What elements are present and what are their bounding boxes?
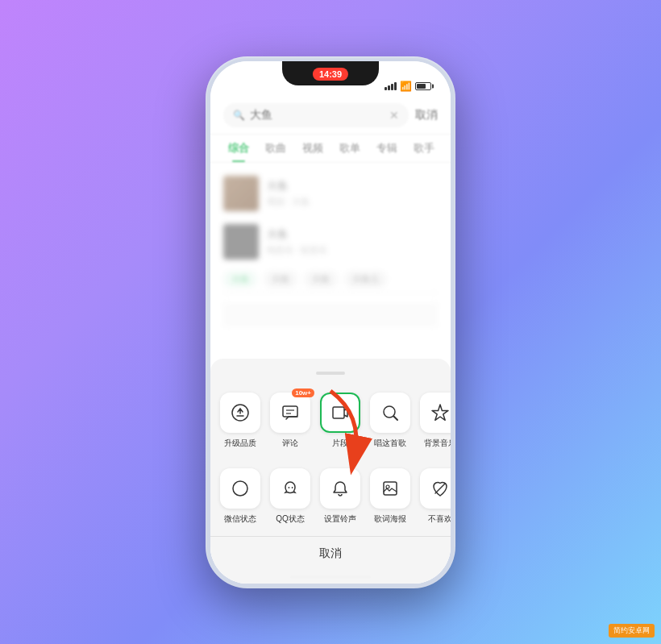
sheet-handle [316, 372, 345, 375]
action-icon-ringtone [320, 468, 360, 509]
phone-outer: 14:39 📶 🔍 大鱼 [206, 56, 455, 588]
status-icons: 📶 [385, 81, 431, 92]
battery-icon [415, 82, 431, 90]
action-poster[interactable]: 歌词海报 [367, 460, 414, 533]
action-label-ringtone: 设置铃声 [324, 513, 356, 525]
svg-line-8 [394, 416, 398, 420]
svg-line-12 [435, 484, 445, 493]
watermark: 简约安卓网 [609, 624, 655, 638]
action-qq[interactable]: QQ状态 [267, 460, 314, 533]
comment-badge: 10w+ [292, 388, 314, 397]
action-grid: 升级品质 10w+ 评论 [210, 384, 451, 533]
time-badge: 14:39 [313, 68, 348, 81]
action-wechat[interactable]: 微信状态 [217, 460, 264, 533]
action-icon-bgmusic [420, 393, 451, 433]
action-icon-wechat [220, 468, 260, 509]
action-dislike[interactable]: 不喜欢 [417, 460, 451, 533]
action-icon-qq [270, 468, 310, 509]
app-content: 🔍 大鱼 ✕ 取消 综合 歌曲 视频 歌单 专辑 歌手 书 [210, 97, 451, 584]
action-label-qq: QQ状态 [276, 513, 305, 525]
status-bar: 14:39 📶 [210, 61, 451, 97]
phone-inner: 14:39 📶 🔍 大鱼 [210, 61, 451, 584]
svg-rect-6 [333, 407, 344, 418]
action-comment[interactable]: 10w+ 评论 [267, 384, 314, 457]
svg-rect-10 [384, 482, 397, 495]
bottom-sheet: 升级品质 10w+ 评论 [210, 359, 451, 584]
action-label-sing: 唱这首歌 [374, 438, 406, 449]
sheet-cancel-button[interactable]: 取消 [210, 536, 451, 571]
action-icon-upgrade [220, 393, 260, 433]
action-icon-dislike [420, 468, 451, 509]
action-icon-sing [370, 393, 410, 433]
dim-layer [210, 97, 451, 388]
action-label-clip: 片段 [332, 438, 348, 449]
action-bgmusic[interactable]: 背景音乐 [417, 384, 451, 457]
svg-point-9 [233, 481, 247, 496]
svg-point-11 [386, 485, 389, 488]
action-label-bgmusic: 背景音乐 [424, 438, 451, 449]
action-label-poster: 歌词海报 [374, 513, 406, 525]
action-ringtone[interactable]: 设置铃声 [317, 460, 364, 533]
action-sing[interactable]: 唱这首歌 [367, 384, 414, 457]
action-label-comment: 评论 [282, 438, 298, 449]
action-label-dislike: 不喜欢 [428, 513, 451, 525]
action-icon-comment: 10w+ [270, 393, 310, 433]
action-icon-poster [370, 468, 410, 509]
wifi-icon: 📶 [400, 81, 412, 92]
action-icon-clip [320, 393, 360, 433]
action-label-wechat: 微信状态 [224, 513, 256, 525]
action-clip[interactable]: 片段 [317, 384, 364, 457]
svg-rect-3 [283, 406, 297, 417]
action-label-upgrade: 升级品质 [224, 438, 256, 449]
action-upgrade[interactable]: 升级品质 [217, 384, 264, 457]
signal-icon [385, 82, 397, 90]
